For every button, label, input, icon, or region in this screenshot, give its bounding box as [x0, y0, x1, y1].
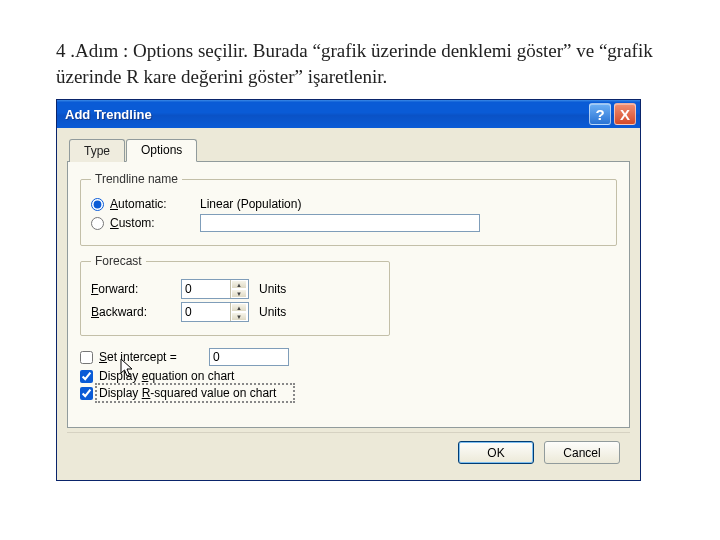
label-forward: Forward: — [91, 282, 181, 296]
spin-up-icon[interactable]: ▲ — [231, 303, 247, 312]
spin-down-icon[interactable]: ▼ — [231, 289, 247, 298]
spin-up-icon[interactable]: ▲ — [231, 280, 247, 289]
dialog-window: Add Trendline ? X Type Options Trendline… — [56, 99, 641, 481]
backward-units: Units — [259, 305, 286, 319]
titlebar[interactable]: Add Trendline ? X — [57, 100, 640, 128]
check-display-rsquared[interactable] — [80, 387, 93, 400]
label-display-rsquared: Display R-squared value on chart — [99, 386, 276, 400]
group-legend-forecast: Forecast — [91, 254, 146, 268]
window-title: Add Trendline — [65, 107, 586, 122]
label-display-equation: Display equation on chart — [99, 369, 234, 383]
tab-type[interactable]: Type — [69, 139, 125, 162]
group-forecast: Forecast Forward: ▲ ▼ Units — [80, 254, 390, 336]
forward-input[interactable] — [182, 280, 230, 298]
radio-automatic[interactable] — [91, 198, 104, 211]
automatic-value: Linear (Population) — [200, 197, 301, 211]
group-trendline-name: Trendline name Automatic: Linear (Popula… — [80, 172, 617, 246]
spin-down-icon[interactable]: ▼ — [231, 312, 247, 321]
close-icon: X — [620, 106, 630, 123]
question-icon: ? — [595, 106, 604, 123]
row-set-intercept: Set intercept = — [80, 348, 617, 366]
cancel-button[interactable]: Cancel — [544, 441, 620, 464]
group-legend-trendline-name: Trendline name — [91, 172, 182, 186]
set-intercept-input[interactable] — [209, 348, 289, 366]
ok-button[interactable]: OK — [458, 441, 534, 464]
tab-options[interactable]: Options — [126, 139, 197, 162]
close-button[interactable]: X — [614, 103, 636, 125]
tab-strip: Type Options — [69, 138, 630, 161]
instruction-text: 4 .Adım : Options seçilir. Burada “grafi… — [56, 38, 664, 89]
label-backward: Backward: — [91, 305, 181, 319]
label-automatic: Automatic: — [110, 197, 200, 211]
custom-name-input[interactable] — [200, 214, 480, 232]
dialog-buttons: OK Cancel — [67, 432, 630, 474]
forward-units: Units — [259, 282, 286, 296]
help-button[interactable]: ? — [589, 103, 611, 125]
backward-spinner[interactable]: ▲ ▼ — [181, 302, 249, 322]
radio-custom[interactable] — [91, 217, 104, 230]
backward-input[interactable] — [182, 303, 230, 321]
row-display-rsquared: Display R-squared value on chart — [80, 386, 617, 400]
check-display-equation[interactable] — [80, 370, 93, 383]
row-backward: Backward: ▲ ▼ Units — [91, 302, 379, 322]
check-set-intercept[interactable] — [80, 351, 93, 364]
label-custom: Custom: — [110, 216, 200, 230]
label-set-intercept: Set intercept = — [99, 350, 209, 364]
row-display-equation: Display equation on chart — [80, 369, 617, 383]
row-forward: Forward: ▲ ▼ Units — [91, 279, 379, 299]
row-custom: Custom: — [91, 214, 606, 232]
forward-spinner[interactable]: ▲ ▼ — [181, 279, 249, 299]
tab-panel-options: Trendline name Automatic: Linear (Popula… — [67, 161, 630, 428]
row-automatic: Automatic: Linear (Population) — [91, 197, 606, 211]
